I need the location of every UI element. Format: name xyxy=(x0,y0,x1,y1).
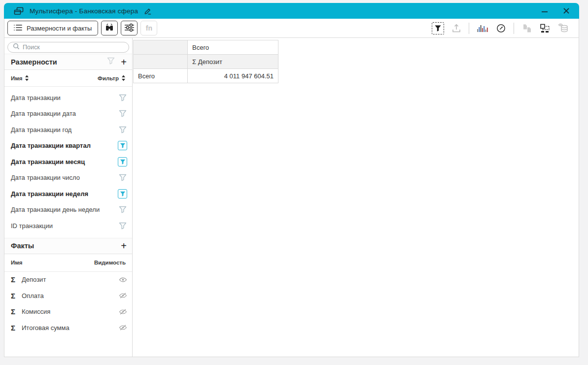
search-input[interactable] xyxy=(23,44,124,51)
dimensions-title: Размерности xyxy=(11,58,101,66)
filter-icon[interactable] xyxy=(118,173,127,182)
pivot-corner-cell-2[interactable] xyxy=(134,55,188,69)
pivot-row-header-cell[interactable]: Всего xyxy=(134,69,188,83)
filter-icon[interactable] xyxy=(118,109,127,118)
pivot-column-header-cell[interactable]: Всего xyxy=(188,40,278,55)
sort-filter-icon[interactable] xyxy=(121,75,126,81)
search-row xyxy=(4,38,132,54)
filter-icon[interactable] xyxy=(118,93,127,102)
cascade-windows-icon xyxy=(14,7,24,15)
sigma-icon: Σ xyxy=(11,307,22,316)
export-icon[interactable] xyxy=(451,24,461,33)
fact-row[interactable]: ΣКомиссия xyxy=(4,304,132,320)
facts-section-header: Факты + xyxy=(4,238,132,254)
toolbar-separator xyxy=(469,23,469,34)
dimension-label: Дата транзакции неделя xyxy=(11,190,118,198)
dimension-row[interactable]: ID транзакции xyxy=(4,218,132,234)
dimension-list: Дата транзакцииДата транзакции датаДата … xyxy=(4,87,132,234)
copy-sheet-icon[interactable] xyxy=(521,24,532,33)
fn-label: fn xyxy=(146,24,152,32)
visibility-off-icon[interactable] xyxy=(118,291,127,300)
search-icon xyxy=(13,43,20,52)
edit-title-icon[interactable] xyxy=(144,7,152,15)
toolbar: Размерности и факты xyxy=(4,19,579,38)
dimension-row[interactable]: Дата транзакции квартал xyxy=(4,138,132,154)
fact-label: Оплата xyxy=(22,292,118,299)
dimension-label: Дата транзакции день недели xyxy=(11,206,118,213)
content-area: Размерности + Имя Фильтр xyxy=(4,38,579,357)
fact-row[interactable]: ΣОплата xyxy=(4,288,132,304)
dimension-label: Дата транзакции год xyxy=(11,126,118,133)
fact-label: Итоговая сумма xyxy=(22,324,118,332)
binoculars-icon xyxy=(104,23,114,33)
fact-label: Комиссия xyxy=(22,308,118,315)
filter-active-icon[interactable] xyxy=(118,157,127,166)
visibility-off-icon[interactable] xyxy=(118,323,127,332)
visibility-off-icon[interactable] xyxy=(118,307,127,316)
dimensions-facts-label: Размерности и факты xyxy=(27,25,92,32)
dimension-row[interactable]: Дата транзакции дата xyxy=(4,106,132,122)
dimensions-facts-panel: Размерности + Имя Фильтр xyxy=(4,38,133,357)
binoculars-button[interactable] xyxy=(101,21,118,35)
dimension-row[interactable]: Дата транзакции неделя xyxy=(4,186,132,202)
sliders-icon xyxy=(124,23,135,33)
dimensions-column-headers: Имя Фильтр xyxy=(4,70,132,87)
add-dimension-button[interactable]: + xyxy=(121,57,127,67)
hierarchy-icon[interactable] xyxy=(540,24,551,33)
fact-row[interactable]: ΣДепозит xyxy=(4,272,132,288)
toolbar-separator xyxy=(514,23,514,34)
name-column-header[interactable]: Имя xyxy=(11,75,22,81)
dimension-row[interactable]: Дата транзакции месяц xyxy=(4,154,132,170)
pivot-measure-header-cell[interactable]: Σ Депозит xyxy=(188,55,278,69)
window-controls xyxy=(541,7,570,15)
pivot-table: Всего Σ Депозит Всего 4 011 947 604.51 xyxy=(133,40,278,83)
sigma-icon: Σ xyxy=(11,324,22,332)
facts-column-headers: Имя Видимость xyxy=(4,254,132,272)
fact-label: Депозит xyxy=(22,276,118,283)
sort-name-icon[interactable] xyxy=(25,75,29,81)
sliders-button[interactable] xyxy=(121,21,138,35)
database-visibility-icon[interactable] xyxy=(558,23,569,33)
fn-button[interactable]: fn xyxy=(140,21,157,35)
filter-selection-icon[interactable] xyxy=(432,22,444,34)
filter-active-icon[interactable] xyxy=(118,189,127,199)
fact-row[interactable]: ΣИтоговая сумма xyxy=(4,320,132,336)
list-icon xyxy=(14,24,22,33)
dimensions-section-header: Размерности + xyxy=(4,54,132,70)
bar-chart-icon[interactable] xyxy=(477,24,488,33)
app-window: Мультисфера - Банковская сфера xyxy=(4,3,579,357)
facts-name-column-header: Имя xyxy=(11,260,22,265)
dimension-label: Дата транзакции месяц xyxy=(11,158,118,166)
filter-column-header[interactable]: Фильтр xyxy=(98,75,119,81)
sigma-icon: Σ xyxy=(11,275,22,284)
dimensions-facts-button[interactable]: Размерности и факты xyxy=(7,21,98,35)
sigma-icon: Σ xyxy=(11,292,22,300)
dimension-label: Дата транзакции дата xyxy=(11,110,118,117)
visibility-on-icon[interactable] xyxy=(118,275,127,284)
pivot-value-cell[interactable]: 4 011 947 604.51 xyxy=(188,69,278,83)
filter-active-icon[interactable] xyxy=(118,141,127,150)
window-title: Мультисфера - Банковская сфера xyxy=(30,7,138,15)
visibility-column-header: Видимость xyxy=(94,260,126,265)
filter-icon[interactable] xyxy=(118,221,127,230)
titlebar: Мультисфера - Банковская сфера xyxy=(4,3,579,19)
clear-filters-icon[interactable] xyxy=(107,57,115,66)
filter-icon[interactable] xyxy=(118,125,127,134)
search-box[interactable] xyxy=(7,42,129,53)
filter-icon[interactable] xyxy=(118,205,127,214)
pivot-corner-cell[interactable] xyxy=(134,40,188,55)
dimension-row[interactable]: Дата транзакции год xyxy=(4,122,132,138)
add-fact-button[interactable]: + xyxy=(121,241,127,251)
toolbar-right-group xyxy=(432,22,569,34)
close-button[interactable] xyxy=(562,7,570,15)
dimension-row[interactable]: Дата транзакции число xyxy=(4,170,132,186)
dimension-label: Дата транзакции число xyxy=(11,174,118,181)
dimension-row[interactable]: Дата транзакции xyxy=(4,90,132,106)
fact-list: ΣДепозитΣОплатаΣКомиссияΣИтоговая сумма xyxy=(4,272,132,336)
dimension-label: ID транзакции xyxy=(11,222,118,230)
dimension-label: Дата транзакции квартал xyxy=(11,142,118,149)
dimension-row[interactable]: Дата транзакции день недели xyxy=(4,202,132,218)
minimize-button[interactable] xyxy=(541,7,549,15)
pivot-area: Всего Σ Депозит Всего 4 011 947 604.51 xyxy=(133,38,579,357)
gauge-icon[interactable] xyxy=(496,23,506,33)
